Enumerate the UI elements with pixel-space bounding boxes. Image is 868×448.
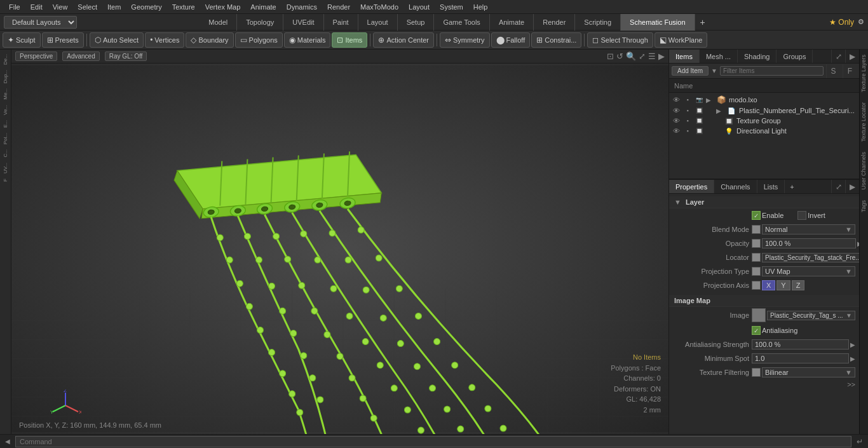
- projection-type-dropdown[interactable]: UV Map ▼: [762, 266, 855, 276]
- command-input[interactable]: [15, 436, 851, 447]
- item-row-directional-light[interactable]: 👁 ▪ 🔲 💡 Directional Light: [669, 126, 859, 136]
- vp-icon-menu[interactable]: ☰: [648, 51, 656, 61]
- vp-advanced-btn[interactable]: Advanced: [62, 51, 99, 61]
- enable-checkbox[interactable]: ✓: [752, 211, 761, 220]
- items-icon-arrow[interactable]: ▶: [845, 50, 859, 63]
- menu-dynamics[interactable]: Dynamics: [281, 0, 322, 14]
- layout-tab-game-tools[interactable]: Game Tools: [434, 14, 490, 31]
- menu-item[interactable]: Item: [102, 0, 126, 14]
- presets-button[interactable]: ⊞ Presets: [42, 32, 84, 48]
- item-camera-2[interactable]: 🔲: [695, 118, 703, 124]
- items-tab-mesh[interactable]: Mesh ...: [700, 50, 738, 63]
- layout-tab-model[interactable]: Model: [200, 14, 237, 31]
- menu-render[interactable]: Render: [322, 0, 355, 14]
- left-icon-f[interactable]: F: [1, 177, 10, 184]
- items-tab-groups[interactable]: Groups: [776, 50, 813, 63]
- texture-filtering-dropdown[interactable]: Bilinear ▼: [762, 367, 855, 377]
- item-eye-2[interactable]: 👁: [672, 117, 681, 125]
- menu-vertex-map[interactable]: Vertex Map: [200, 0, 246, 14]
- opacity-input[interactable]: [762, 238, 856, 248]
- layout-tab-uvedit[interactable]: UVEdit: [283, 14, 323, 31]
- menu-maxtomodo[interactable]: MaxToModo: [355, 0, 403, 14]
- layout-tab-topology[interactable]: Topology: [237, 14, 283, 31]
- min-spot-input[interactable]: [752, 353, 849, 363]
- vp-icon-search[interactable]: 🔍: [626, 51, 636, 61]
- materials-button[interactable]: ◉ Materials: [284, 32, 331, 48]
- right-tab-texture-locator[interactable]: Texture Locator: [860, 97, 868, 147]
- invert-checkbox[interactable]: [797, 211, 806, 220]
- invert-check-label[interactable]: Invert: [808, 212, 825, 219]
- menu-system[interactable]: System: [435, 0, 468, 14]
- menu-layout[interactable]: Layout: [403, 0, 435, 14]
- item-camera-1[interactable]: 🔲: [695, 107, 703, 114]
- menu-help[interactable]: Help: [468, 0, 493, 14]
- item-eye-11[interactable]: ▪: [683, 107, 692, 114]
- left-icon-dup[interactable]: Dup...: [1, 68, 10, 85]
- falloff-button[interactable]: ⬤ Falloff: [491, 32, 531, 48]
- left-icon-c[interactable]: C...: [1, 147, 10, 159]
- item-row-texture-group[interactable]: 👁 ▪ 🔲 🔲 Texture Group: [669, 116, 859, 126]
- layout-tab-setup[interactable]: Setup: [398, 14, 435, 31]
- props-tab-lists[interactable]: Lists: [757, 180, 785, 193]
- layout-star[interactable]: ★ Only: [829, 18, 854, 27]
- menu-select[interactable]: Select: [72, 0, 102, 14]
- menu-edit[interactable]: Edit: [25, 0, 48, 14]
- item-eye-1[interactable]: 👁: [672, 107, 681, 114]
- item-eye-0[interactable]: 👁: [672, 96, 681, 104]
- item-eye-3[interactable]: 👁: [672, 127, 681, 135]
- item-row-modo[interactable]: 👁 ▪ 📷 ▶ 📦 modo.lxo: [669, 94, 859, 105]
- layout-tab-plus[interactable]: +: [695, 14, 710, 31]
- add-item-arrow[interactable]: ▼: [711, 67, 717, 74]
- locator-dropdown[interactable]: Plastic_Security_Tag_stack_Fre... ▼: [762, 253, 859, 262]
- layout-tab-layout[interactable]: Layout: [358, 14, 398, 31]
- props-icon-expand[interactable]: ⤢: [831, 180, 845, 193]
- aa-strength-arrow[interactable]: ▶: [850, 341, 855, 348]
- antialiasing-check-label[interactable]: Antialiasing: [762, 327, 797, 334]
- antialiasing-checkbox[interactable]: ✓: [752, 326, 761, 335]
- item-arrow-1[interactable]: ▶: [716, 107, 724, 114]
- layout-tab-schematic-fusion[interactable]: Schematic Fusion: [621, 14, 695, 31]
- sculpt-button[interactable]: ✦ Sculpt: [3, 32, 41, 48]
- item-row-plastic[interactable]: 👁 ▪ 🔲 ▶ 📄 Plastic_Numbered_Pull_Tie_Secu…: [669, 105, 859, 116]
- menu-animate[interactable]: Animate: [245, 0, 281, 14]
- blend-mode-dropdown[interactable]: Normal ▼: [762, 224, 855, 234]
- image-dropdown[interactable]: Plastic_Security_Tag_s ... ▼: [767, 311, 855, 320]
- layout-tab-paint[interactable]: Paint: [324, 14, 358, 31]
- enable-check-label[interactable]: Enable: [762, 212, 783, 219]
- vp-raygl-btn[interactable]: Ray GL: Off: [105, 51, 147, 61]
- item-eye-21[interactable]: ▪: [683, 118, 692, 124]
- layout-settings-icon[interactable]: ⚙: [858, 18, 864, 26]
- auto-select-button[interactable]: ⬡ Auto Select: [90, 32, 144, 48]
- items-tab-items[interactable]: Items: [669, 50, 700, 63]
- layout-tab-scripting[interactable]: Scripting: [575, 14, 621, 31]
- menu-geometry[interactable]: Geometry: [126, 0, 166, 14]
- left-icon-e[interactable]: E...: [1, 118, 10, 130]
- left-icon-pol[interactable]: Pol...: [1, 131, 10, 146]
- menu-file[interactable]: File: [4, 0, 25, 14]
- items-tab-shading[interactable]: Shading: [738, 50, 776, 63]
- item-camera-3[interactable]: 🔲: [695, 128, 703, 134]
- proj-axis-x[interactable]: X: [762, 280, 775, 290]
- items-button[interactable]: ⊡ Items: [332, 32, 367, 48]
- menu-texture[interactable]: Texture: [167, 0, 200, 14]
- filter-items-input[interactable]: [720, 66, 824, 76]
- menu-view[interactable]: View: [48, 0, 73, 14]
- boundary-button[interactable]: ◇ Boundary: [186, 32, 233, 48]
- layer-collapse-icon[interactable]: ▼: [674, 198, 681, 206]
- right-tab-texture-layers[interactable]: Texture Layers: [860, 50, 868, 97]
- polygons-button[interactable]: ▭ Polygons: [235, 32, 283, 48]
- item-eye-31[interactable]: ▪: [683, 128, 692, 134]
- props-tab-plus[interactable]: +: [785, 180, 799, 193]
- viewport-canvas[interactable]: No Items Polygons : Face Channels: 0 Def…: [11, 64, 668, 434]
- props-expand-right[interactable]: >>: [847, 381, 855, 388]
- vp-perspective-btn[interactable]: Perspective: [15, 51, 57, 61]
- left-icon-uv[interactable]: UV...: [1, 161, 10, 175]
- proj-axis-z[interactable]: Z: [792, 280, 805, 290]
- layout-selector[interactable]: Default Layouts: [4, 16, 77, 29]
- action-center-button[interactable]: ⊕ Action Center: [373, 32, 434, 48]
- props-tab-channels[interactable]: Channels: [714, 180, 757, 193]
- proj-axis-y[interactable]: Y: [776, 280, 790, 290]
- aa-strength-input[interactable]: [752, 339, 849, 350]
- vp-icon-chevron[interactable]: ▶: [658, 51, 665, 61]
- left-icon-ve[interactable]: Ve...: [1, 103, 10, 117]
